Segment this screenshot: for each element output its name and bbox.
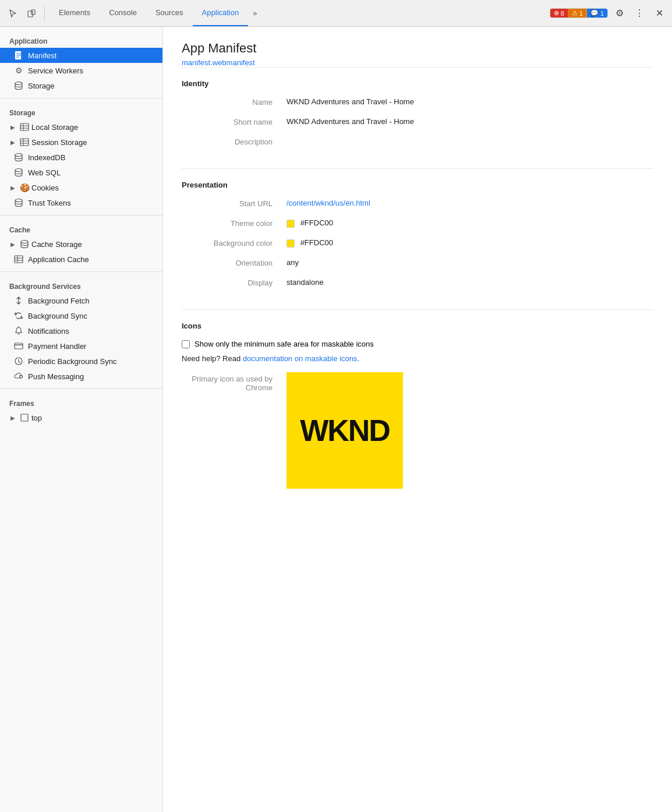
close-icon[interactable]: ✕ <box>651 5 667 22</box>
error-badge[interactable]: ⊗ 8 <box>550 9 568 17</box>
devtools-toolbar: Elements Console Sources Application » ⊗… <box>0 0 672 27</box>
sidebar-item-label: Notifications <box>28 327 69 336</box>
theme-color-label: Theme color <box>182 218 287 228</box>
expand-icon: ▶ <box>9 123 16 130</box>
sidebar-item-indexeddb[interactable]: IndexedDB <box>0 150 162 165</box>
clock-icon <box>14 356 23 366</box>
svg-rect-11 <box>20 139 29 146</box>
maskable-docs-link[interactable]: documentation on maskable icons <box>243 354 358 363</box>
warn-badge[interactable]: ⚠ 1 <box>568 9 587 17</box>
cookie-icon: 🍪 <box>20 183 29 192</box>
more-tabs-button[interactable]: » <box>248 9 261 17</box>
sidebar-item-label: Payment Handler <box>28 342 86 351</box>
database-icon <box>14 168 23 177</box>
sidebar-item-session-storage[interactable]: ▶ Session Storage <box>0 135 162 150</box>
sidebar-item-periodic-background-sync[interactable]: Periodic Background Sync <box>0 354 162 369</box>
sidebar: Application Manifest ⚙ Service Workers S… <box>0 27 163 812</box>
sidebar-item-manifest[interactable]: Manifest <box>0 48 162 63</box>
sidebar-item-label: Background Fetch <box>28 296 90 305</box>
description-label: Description <box>182 137 287 146</box>
frame-icon <box>20 413 29 422</box>
sidebar-item-cookies[interactable]: ▶ 🍪 Cookies <box>0 180 162 195</box>
theme-color-swatch <box>287 220 295 228</box>
arrows-updown-icon <box>14 296 23 305</box>
sidebar-item-local-storage[interactable]: ▶ Local Storage <box>0 119 162 135</box>
sidebar-item-label: Application Cache <box>28 255 89 264</box>
expand-icon: ▶ <box>9 139 16 146</box>
sidebar-divider-1 <box>0 98 162 98</box>
name-value: WKND Adventures and Travel - Home <box>287 97 653 106</box>
sidebar-section-application: Application <box>0 31 162 48</box>
sidebar-item-trust-tokens[interactable]: Trust Tokens <box>0 195 162 210</box>
error-icon: ⊗ <box>554 9 559 17</box>
settings-icon[interactable]: ⚙ <box>611 5 628 22</box>
help-text: Need help? Read documentation on maskabl… <box>182 354 653 363</box>
maskable-checkbox[interactable] <box>182 340 190 348</box>
sidebar-item-application-cache[interactable]: Application Cache <box>0 252 162 267</box>
orientation-value: any <box>287 258 653 267</box>
maskable-checkbox-row: Show only the minimum safe area for mask… <box>182 340 653 348</box>
maskable-checkbox-label[interactable]: Show only the minimum safe area for mask… <box>194 340 374 348</box>
sidebar-item-label: Background Sync <box>28 312 87 320</box>
device-toggle-icon[interactable] <box>23 5 40 22</box>
svg-point-15 <box>15 154 22 157</box>
sidebar-item-cache-storage[interactable]: ▶ Cache Storage <box>0 236 162 252</box>
svg-rect-0 <box>28 11 33 17</box>
cursor-icon[interactable] <box>5 5 21 22</box>
sidebar-item-label: Service Workers <box>28 66 83 75</box>
icon-label-1: Primary icon as used by <box>182 375 273 383</box>
bell-icon <box>14 326 23 336</box>
sidebar-item-top[interactable]: ▶ top <box>0 410 162 425</box>
sidebar-item-notifications[interactable]: Notifications <box>0 323 162 338</box>
sidebar-divider-3 <box>0 271 162 272</box>
sidebar-item-push-messaging[interactable]: Push Messaging <box>0 369 162 384</box>
warn-icon: ⚠ <box>572 9 578 17</box>
icons-section-title: Icons <box>182 322 653 330</box>
tab-sources[interactable]: Sources <box>146 0 193 26</box>
expand-icon: ▶ <box>9 414 16 421</box>
gear-icon: ⚙ <box>14 66 23 75</box>
tab-elements[interactable]: Elements <box>49 0 100 26</box>
sidebar-item-web-sql[interactable]: Web SQL <box>0 165 162 180</box>
toolbar-right: ⊗ 8 ⚠ 1 💬 1 ⚙ ⋮ ✕ <box>550 5 667 22</box>
card-icon <box>14 341 23 351</box>
cloud-icon <box>14 372 23 381</box>
svg-rect-19 <box>15 256 23 263</box>
presentation-section: Presentation Start URL /content/wknd/us/… <box>182 168 653 309</box>
display-value: standalone <box>287 278 653 287</box>
tab-application[interactable]: Application <box>193 0 249 26</box>
info-badge[interactable]: 💬 1 <box>587 9 607 17</box>
short-name-label: Short name <box>182 117 287 126</box>
sidebar-item-background-fetch[interactable]: Background Fetch <box>0 293 162 308</box>
svg-point-6 <box>15 82 22 85</box>
sidebar-item-storage-app[interactable]: Storage <box>0 78 162 93</box>
start-url-value[interactable]: /content/wknd/us/en.html <box>287 199 653 207</box>
sidebar-item-background-sync[interactable]: Background Sync <box>0 308 162 323</box>
sidebar-item-payment-handler[interactable]: Payment Handler <box>0 338 162 354</box>
more-options-icon[interactable]: ⋮ <box>631 5 648 22</box>
sync-icon <box>14 311 23 320</box>
sidebar-section-background-services: Background Services <box>0 277 162 293</box>
sidebar-item-service-workers[interactable]: ⚙ Service Workers <box>0 63 162 78</box>
icons-section: Icons Show only the minimum safe area fo… <box>182 309 653 500</box>
content-panel: App Manifest manifest.webmanifest Identi… <box>163 27 672 812</box>
svg-point-17 <box>15 199 22 202</box>
icon-preview-text: WKND <box>300 413 390 448</box>
database-icon <box>14 81 23 90</box>
info-icon: 💬 <box>590 9 599 17</box>
start-url-label: Start URL <box>182 199 287 208</box>
table-icon <box>20 122 29 132</box>
theme-color-value: #FFDC00 <box>287 218 653 228</box>
sidebar-item-label: Storage <box>28 82 55 90</box>
sidebar-section-frames: Frames <box>0 394 162 410</box>
icon-preview-box: WKND <box>287 372 403 489</box>
svg-rect-7 <box>20 123 29 130</box>
database-icon <box>20 239 29 249</box>
display-label: Display <box>182 278 287 287</box>
display-field-row: Display standalone <box>182 278 653 290</box>
sidebar-item-label: Web SQL <box>28 168 61 177</box>
tab-console[interactable]: Console <box>100 0 146 26</box>
manifest-link[interactable]: manifest.webmanifest <box>182 58 255 67</box>
identity-section-title: Identity <box>182 79 653 88</box>
badges-group[interactable]: ⊗ 8 ⚠ 1 💬 1 <box>550 8 608 18</box>
